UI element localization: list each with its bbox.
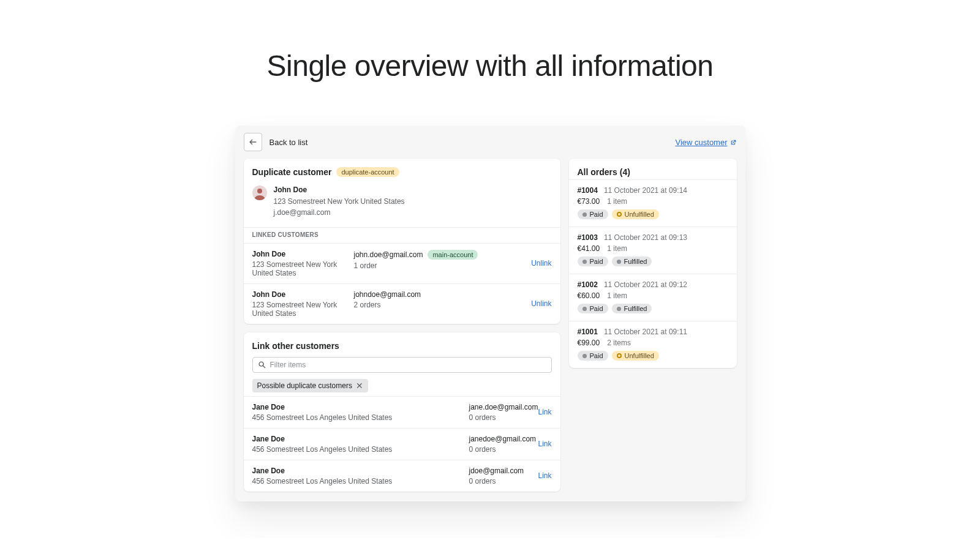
order-row: #1003 11 October 2021 at 09:13 €41.00 1 … [569,227,737,274]
order-price: €99.00 [578,339,600,347]
paid-badge: Paid [578,304,608,313]
candidate-row: Jane Doe 456 Somestreet Los Angeles Unit… [244,396,560,428]
order-date: 11 October 2021 at 09:12 [604,280,687,289]
candidate-orders: 0 orders [469,445,538,454]
order-row: #1004 11 October 2021 at 09:14 €73.00 1 … [569,179,737,227]
back-label: Back to list [270,138,308,147]
order-items: 1 item [607,291,627,300]
linked-customers-label: LINKED CUSTOMERS [244,227,560,243]
order-price: €41.00 [578,244,600,253]
unlink-button[interactable]: Unlink [531,299,551,308]
external-link-icon [730,139,737,146]
candidate-email: janedoe@gmail.com [469,435,538,443]
orders-title: All orders (4) [569,159,737,179]
view-customer-label: View customer [675,138,727,147]
arrow-left-icon [249,138,257,146]
linked-orders: 2 orders [354,301,532,309]
linked-customer-row: John Doe 123 Somestreet New York United … [244,243,560,283]
paid-badge: Paid [578,351,608,361]
linked-email: johndoe@gmail.com [354,290,421,299]
paid-badge: Paid [578,209,608,219]
linked-email: john.doe@gmail.com [354,250,423,259]
linked-name: John Doe [252,250,354,258]
order-date: 11 October 2021 at 09:14 [604,186,687,195]
candidate-name: Jane Doe [252,435,469,443]
order-date: 11 October 2021 at 09:11 [604,328,687,336]
order-date: 11 October 2021 at 09:13 [604,233,687,242]
candidate-address: 456 Somestreet Los Angeles United States [252,477,469,485]
duplicate-customer-card: Duplicate customer duplicate-account Joh… [244,159,560,324]
app-shell: Back to list View customer Duplicate cus… [235,126,745,501]
linked-address: 123 Somestreet New York United States [252,301,354,318]
link-other-title: Link other customers [244,332,560,357]
search-icon [258,361,266,369]
order-id: #1003 [578,233,598,242]
fulfilled-badge: Fulfilled [612,257,652,266]
fulfilled-badge: Fulfilled [612,304,652,313]
linked-customer-row: John Doe 123 Somestreet New York United … [244,283,560,324]
svg-point-0 [257,189,262,193]
candidate-address: 456 Somestreet Los Angeles United States [252,445,469,454]
candidate-orders: 0 orders [469,477,538,485]
order-items: 2 items [607,339,631,347]
link-button[interactable]: Link [538,408,551,416]
back-button[interactable] [244,133,262,151]
link-button[interactable]: Link [538,440,551,448]
page-headline: Single overview with all information [0,0,980,126]
search-box[interactable] [252,357,552,373]
unfulfilled-badge: Unfulfilled [612,209,659,219]
link-other-card: Link other customers Possible duplicate … [244,332,560,492]
customer-email: j.doe@gmail.com [274,207,405,219]
order-id: #1002 [578,280,598,289]
order-row: #1002 11 October 2021 at 09:12 €60.00 1 … [569,274,737,321]
candidate-name: Jane Doe [252,403,469,411]
order-id: #1001 [578,328,598,336]
candidate-row: Jane Doe 456 Somestreet Los Angeles Unit… [244,428,560,460]
paid-badge: Paid [578,257,608,266]
candidate-email: jdoe@gmail.com [469,467,538,475]
customer-address: 123 Somestreet New York United States [274,196,405,208]
customer-name: John Doe [274,184,405,196]
filter-chip-label: Possible duplicate customers [257,381,352,390]
order-row: #1001 11 October 2021 at 09:11 €99.00 2 … [569,321,737,368]
linked-name: John Doe [252,290,354,299]
main-account-tag: main-account [428,250,478,260]
unfulfilled-badge: Unfulfilled [612,351,659,361]
unlink-button[interactable]: Unlink [531,259,551,268]
order-price: €60.00 [578,291,600,300]
order-items: 1 item [607,244,627,253]
topbar: Back to list View customer [235,126,745,157]
candidate-row: Jane Doe 456 Somestreet Los Angeles Unit… [244,460,560,492]
link-button[interactable]: Link [538,471,551,480]
candidate-address: 456 Somestreet Los Angeles United States [252,413,469,422]
linked-orders: 1 order [354,261,532,270]
order-items: 1 item [607,197,627,206]
linked-address: 123 Somestreet New York United States [252,260,354,277]
avatar [252,186,267,200]
filter-chip[interactable]: Possible duplicate customers ✕ [252,379,368,392]
order-price: €73.00 [578,197,600,206]
close-icon[interactable]: ✕ [356,381,363,390]
view-customer-link[interactable]: View customer [675,138,736,147]
candidate-email: jane.doe@gmail.com [469,403,538,411]
filter-input[interactable] [270,361,546,369]
duplicate-title: Duplicate customer [252,167,332,177]
candidate-name: Jane Doe [252,467,469,475]
duplicate-account-tag: duplicate-account [336,167,399,177]
candidate-orders: 0 orders [469,413,538,422]
orders-card: All orders (4) #1004 11 October 2021 at … [569,159,737,368]
order-id: #1004 [578,186,598,195]
